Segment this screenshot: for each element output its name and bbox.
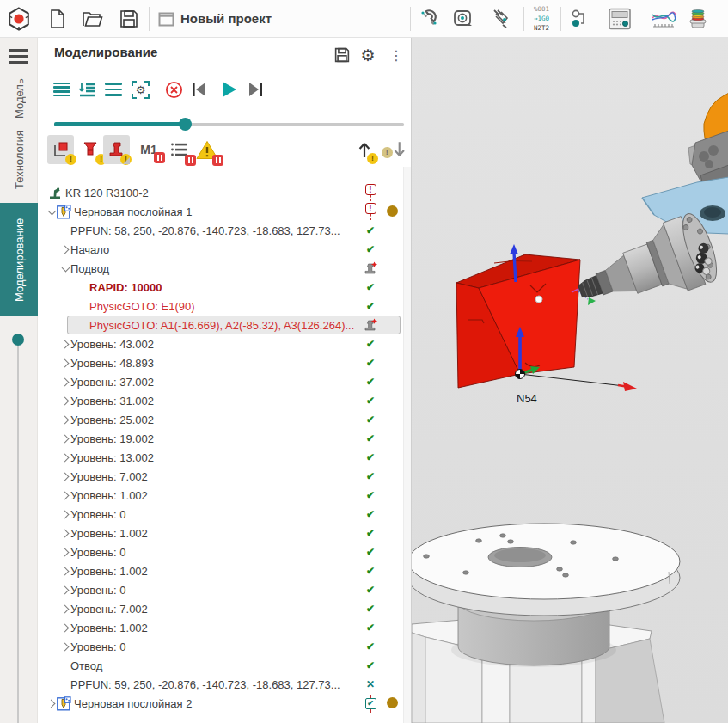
tree-row[interactable]: Подвод (38, 259, 404, 278)
tree-row[interactable]: Уровень: 13.002 ✔ (38, 448, 404, 467)
tree-row[interactable]: Уровень: 31.002 ✔ (38, 391, 404, 410)
tree-row[interactable]: Уровень: 48.893 ✔ (38, 353, 404, 372)
tree-row[interactable]: PPFUN: 58, 250, -20.876, -140.723, -18.6… (38, 221, 404, 240)
tree-row[interactable]: Уровень: 1.002 ✔ (38, 486, 404, 505)
check-ok-icon: ✔ (366, 243, 375, 255)
abort-simulation-button[interactable] (162, 79, 185, 100)
tree-row[interactable]: Уровень: 7.002 ✔ (38, 467, 404, 486)
expand-chevron-icon[interactable] (60, 474, 70, 480)
row-label: Черновая послойная 2 (74, 697, 192, 710)
collision-machine-filter-button[interactable]: ! (103, 135, 130, 164)
expand-chevron-icon[interactable] (60, 455, 70, 461)
tree-row[interactable]: Начало ✔ (38, 240, 404, 259)
save-simulation-icon[interactable] (333, 46, 352, 64)
tree-row[interactable]: RAPID: 10000 ✔ (38, 278, 404, 297)
tree-row[interactable]: Уровень: 0 ✔ (38, 542, 404, 561)
workpiece-block[interactable] (456, 254, 580, 388)
tab-technology[interactable]: Технология (0, 132, 38, 188)
tree-row[interactable]: Отвод ✔ (38, 656, 404, 675)
expand-chevron-icon[interactable] (60, 360, 70, 366)
gcode-interpolation-icon[interactable]: %001 →1G0 N2T2 (527, 4, 556, 33)
expand-chevron-icon[interactable] (60, 606, 70, 612)
tree-row[interactable]: Уровень: 0 ✔ (38, 580, 404, 599)
settings-gear-icon[interactable]: ⚙ (358, 46, 377, 64)
tree-row[interactable]: Уровень: 19.002 ✔ (38, 429, 404, 448)
tree-row[interactable]: PhysicGOTO: A1(-16.669), A2(-85.32), A3(… (38, 316, 404, 334)
expand-chevron-icon[interactable] (60, 512, 70, 518)
expand-chevron-icon[interactable] (60, 417, 70, 423)
row-status-icon: ✔ (363, 338, 378, 350)
tree-row[interactable]: Уровень: 43.002 ✔ (38, 334, 404, 353)
new-document-icon[interactable] (46, 8, 69, 30)
rotary-table-fixture[interactable] (412, 524, 680, 723)
expand-chevron-icon[interactable] (60, 625, 70, 631)
program-list-filter-button[interactable] (167, 135, 191, 164)
tree-row[interactable]: Уровень: 0 ✔ (38, 637, 404, 656)
3d-viewport[interactable]: N54 (411, 38, 728, 723)
control-pad-icon[interactable] (607, 8, 633, 30)
machine-functions-filter-button[interactable]: M1 (136, 135, 162, 164)
step-forward-button[interactable] (244, 79, 266, 100)
tree-row[interactable]: Уровень: 7.002 ✔ (38, 599, 404, 618)
expand-chevron-icon[interactable] (60, 587, 70, 593)
kebab-menu-icon[interactable]: ⋮ (387, 46, 406, 64)
warnings-filter-button[interactable] (194, 135, 220, 164)
open-document-icon[interactable] (82, 8, 104, 30)
tree-row[interactable]: Черновая послойная 2 ✔ (38, 694, 404, 713)
play-button[interactable] (218, 79, 241, 100)
expand-chevron-icon[interactable] (46, 701, 57, 707)
robot-arm[interactable] (568, 93, 728, 325)
expand-chevron-icon[interactable] (60, 398, 70, 404)
tree-row[interactable]: Уровень: 0 ✔ (38, 505, 404, 524)
simulation-progress-slider[interactable] (54, 118, 404, 130)
tree-row[interactable]: Уровень: 1.002 ✔ (38, 524, 404, 542)
node-links-icon[interactable] (568, 8, 590, 30)
tree-row[interactable]: Уровень: 37.002 ✔ (38, 372, 404, 391)
expand-chevron-icon[interactable] (60, 493, 70, 499)
expand-chevron-icon[interactable] (60, 247, 70, 253)
hamburger-menu-icon[interactable] (9, 49, 28, 64)
show-all-lines-button[interactable] (51, 79, 73, 100)
step-into-lines-button[interactable] (76, 79, 99, 100)
previous-warning-button[interactable]: ! (354, 135, 375, 164)
step-back-button[interactable] (188, 79, 211, 100)
show-lines-button[interactable] (102, 79, 125, 100)
tree-row[interactable]: PhysicGOTO: E1(90) ✔ (38, 297, 404, 316)
caliper-measure-icon[interactable] (489, 8, 511, 30)
slider-thumb[interactable] (179, 118, 192, 131)
expand-chevron-icon[interactable] (60, 267, 70, 271)
check-ok-icon: ✔ (366, 451, 375, 463)
tape-measure-icon[interactable] (452, 8, 474, 30)
tab-model[interactable]: Модель (0, 77, 38, 120)
simulate-frame-button[interactable]: ⚙ (129, 79, 151, 100)
tool-magazine-icon[interactable] (685, 8, 711, 30)
tree-row[interactable]: PPFUN: 59, 250, -20.876, -140.723, -18.6… (38, 675, 404, 694)
magnet-snap-icon[interactable] (418, 8, 440, 30)
expand-chevron-icon[interactable] (60, 379, 70, 385)
tree-scrollbar[interactable] (403, 167, 411, 723)
check-ok-icon: ✔ (366, 432, 375, 444)
expand-chevron-icon[interactable] (60, 436, 70, 442)
tab-simulation[interactable]: Моделирование (0, 203, 38, 316)
expand-chevron-icon[interactable] (60, 341, 70, 347)
expand-chevron-icon[interactable] (60, 549, 70, 555)
save-document-icon[interactable] (118, 8, 140, 30)
app-logo-icon[interactable] (6, 8, 32, 30)
collision-part-filter-button[interactable]: ! (47, 135, 74, 164)
tree-row[interactable]: Уровень: 1.002 ✔ (38, 618, 404, 637)
tree-row[interactable]: Черновая послойная 1 ! (38, 202, 404, 221)
expand-chevron-icon[interactable] (46, 210, 57, 214)
project-window-icon[interactable] (156, 8, 175, 30)
tree-row[interactable]: Уровень: 25.002 ✔ (38, 410, 404, 429)
next-warning-button[interactable]: ! (383, 135, 406, 164)
tree-row[interactable]: KR 120 R3100-2 ! (38, 183, 404, 202)
row-label: Уровень: 0 (70, 584, 126, 597)
sidebar-progress-dot[interactable] (12, 334, 24, 346)
expand-chevron-icon[interactable] (60, 644, 70, 650)
expand-chevron-icon[interactable] (60, 568, 70, 574)
spindle[interactable] (568, 210, 724, 325)
expand-chevron-icon[interactable] (60, 530, 70, 536)
collision-tool-filter-button[interactable]: ! (80, 135, 102, 164)
measurement-curves-icon[interactable] (651, 8, 676, 30)
tree-row[interactable]: Уровень: 1.002 ✔ (38, 561, 404, 580)
